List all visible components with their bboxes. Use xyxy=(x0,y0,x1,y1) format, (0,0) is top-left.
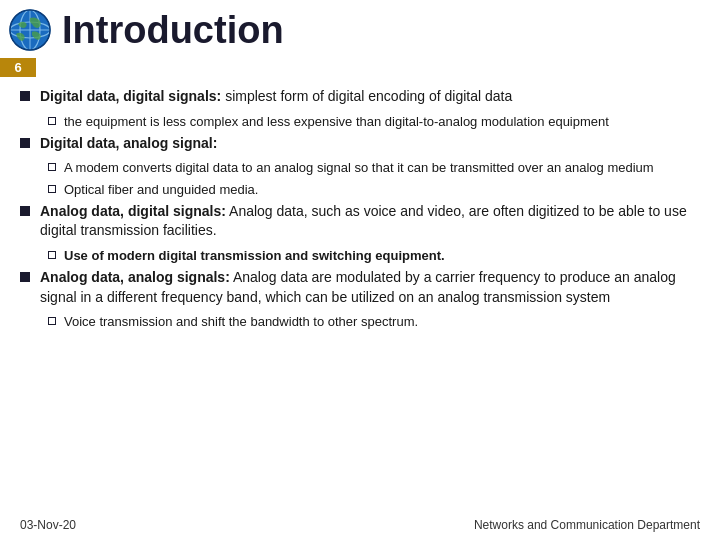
bullet-item-2: Digital data, analog signal: xyxy=(20,134,700,154)
sub-bullet-square-4-1 xyxy=(48,317,56,325)
bullet-text-2: Digital data, analog signal: xyxy=(40,134,217,154)
sub-bullet-text-2-2: Optical fiber and unguided media. xyxy=(64,181,258,199)
sub-bullet-1-1: the equipment is less complex and less e… xyxy=(48,113,700,131)
content-area: Digital data, digital signals: simplest … xyxy=(0,83,720,339)
bullet-term-3: Analog data, digital signals: xyxy=(40,203,226,219)
sub-bullet-2-2: Optical fiber and unguided media. xyxy=(48,181,700,199)
footer: 03-Nov-20 Networks and Communication Dep… xyxy=(20,518,700,532)
footer-date: 03-Nov-20 xyxy=(20,518,76,532)
globe-icon xyxy=(8,8,52,52)
sub-bullet-text-3-1: Use of modern digital transmission and s… xyxy=(64,247,445,265)
bullet-term-2: Digital data, analog signal: xyxy=(40,135,217,151)
sub-bullets-1: the equipment is less complex and less e… xyxy=(48,113,700,131)
bullet-square-1 xyxy=(20,91,30,101)
bullet-square-2 xyxy=(20,138,30,148)
bullet-body-1: simplest form of digital encoding of dig… xyxy=(225,88,512,104)
sub-bullet-square-2-1 xyxy=(48,163,56,171)
sub-bullet-square-3-1 xyxy=(48,251,56,259)
bullet-text-4: Analog data, analog signals: Analog data… xyxy=(40,268,700,307)
sub-bullet-3-1: Use of modern digital transmission and s… xyxy=(48,247,700,265)
sub-bullet-square-2-2 xyxy=(48,185,56,193)
sub-bullet-2-1: A modem converts digital data to an anal… xyxy=(48,159,700,177)
sub-bullet-text-1-1: the equipment is less complex and less e… xyxy=(64,113,609,131)
sub-bullet-square-1-1 xyxy=(48,117,56,125)
sub-bullet-text-4-1: Voice transmission and shift the bandwid… xyxy=(64,313,418,331)
bullet-square-3 xyxy=(20,206,30,216)
bullet-square-4 xyxy=(20,272,30,282)
header: Introduction xyxy=(0,0,720,58)
bullet-item-4: Analog data, analog signals: Analog data… xyxy=(20,268,700,307)
bullet-text-1: Digital data, digital signals: simplest … xyxy=(40,87,512,107)
bullet-item-1: Digital data, digital signals: simplest … xyxy=(20,87,700,107)
footer-dept: Networks and Communication Department xyxy=(474,518,700,532)
sub-bullet-text-2-1: A modem converts digital data to an anal… xyxy=(64,159,654,177)
sub-bullets-4: Voice transmission and shift the bandwid… xyxy=(48,313,700,331)
sub-bullet-4-1: Voice transmission and shift the bandwid… xyxy=(48,313,700,331)
bullet-term-1: Digital data, digital signals: xyxy=(40,88,221,104)
sub-bullets-2: A modem converts digital data to an anal… xyxy=(48,159,700,198)
sub-bullets-3: Use of modern digital transmission and s… xyxy=(48,247,700,265)
bullet-term-4: Analog data, analog signals: xyxy=(40,269,230,285)
page-title: Introduction xyxy=(62,11,284,49)
bullet-item-3: Analog data, digital signals: Analog dat… xyxy=(20,202,700,241)
slide-number: 6 xyxy=(0,58,36,77)
bullet-text-3: Analog data, digital signals: Analog dat… xyxy=(40,202,700,241)
